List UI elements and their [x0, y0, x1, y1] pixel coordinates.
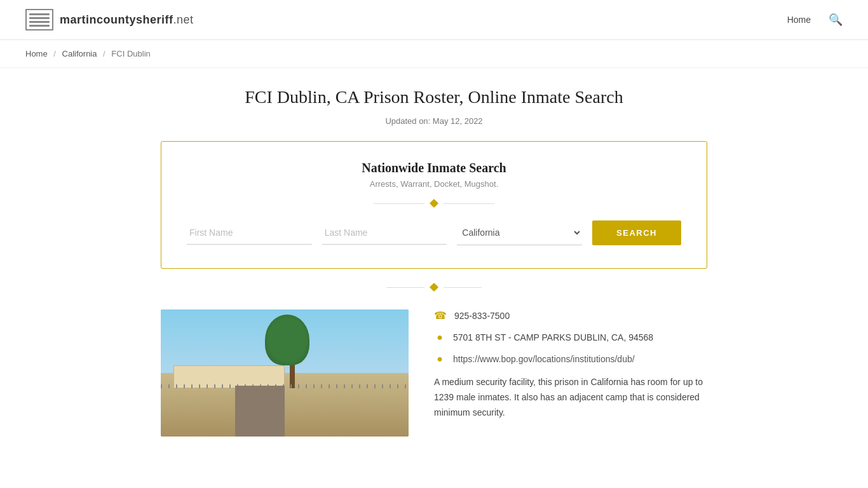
- page-title: FCI Dublin, CA Prison Roster, Online Inm…: [161, 87, 707, 107]
- diamond-icon: [430, 199, 438, 208]
- logo-icon: [25, 9, 53, 30]
- search-row: Alabama Alaska Arizona Arkansas Californ…: [187, 220, 681, 245]
- state-select[interactable]: Alabama Alaska Arizona Arkansas Californ…: [457, 220, 582, 245]
- website-link[interactable]: https://www.bop.gov/locations/institutio…: [453, 354, 635, 364]
- divider-line-right: [444, 203, 494, 204]
- search-button[interactable]: SEARCH: [592, 220, 681, 245]
- updated-on: Updated on: May 12, 2022: [161, 116, 707, 126]
- bottom-divider-line-left: [386, 287, 424, 288]
- website-row: ● https://www.bop.gov/locations/institut…: [434, 353, 707, 365]
- divider-diamond-bottom: [161, 284, 707, 290]
- breadcrumb-state[interactable]: California: [62, 49, 97, 58]
- prison-image: [161, 309, 409, 437]
- nav: Home 🔍: [787, 13, 843, 27]
- breadcrumb-home[interactable]: Home: [25, 49, 48, 58]
- search-icon-button[interactable]: 🔍: [829, 13, 843, 27]
- breadcrumb-current: FCI Dublin: [111, 49, 150, 58]
- breadcrumb-sep-1: /: [53, 49, 56, 58]
- logo-text: martincountysheriff.net: [60, 13, 194, 27]
- bottom-divider-line-right: [444, 287, 482, 288]
- phone-icon: ☎: [434, 309, 447, 322]
- globe-icon: ●: [434, 353, 445, 365]
- search-card: Nationwide Inmate Search Arrests, Warran…: [161, 141, 707, 269]
- last-name-input[interactable]: [322, 221, 447, 245]
- main-content: FCI Dublin, CA Prison Roster, Online Inm…: [148, 68, 720, 462]
- phone-row: ☎ 925-833-7500: [434, 309, 707, 322]
- logo-link[interactable]: martincountysheriff.net: [25, 9, 194, 30]
- address-row: ● 5701 8TH ST - CAMP PARKS DUBLIN, CA, 9…: [434, 332, 707, 343]
- divider-line-left: [374, 203, 424, 204]
- address-text: 5701 8TH ST - CAMP PARKS DUBLIN, CA, 945…: [453, 332, 653, 342]
- search-icon: 🔍: [829, 13, 843, 26]
- bottom-diamond-icon: [430, 283, 438, 292]
- search-card-title: Nationwide Inmate Search: [187, 161, 681, 175]
- location-icon: ●: [434, 332, 445, 343]
- description: A medium security facility, this prison …: [434, 375, 707, 420]
- breadcrumb: Home / California / FCI Dublin: [0, 40, 868, 68]
- header: martincountysheriff.net Home 🔍: [0, 0, 868, 40]
- search-card-subtitle: Arrests, Warrant, Docket, Mugshot.: [187, 179, 681, 189]
- prison-details: ☎ 925-833-7500 ● 5701 8TH ST - CAMP PARK…: [434, 309, 707, 420]
- divider-diamond-top: [187, 200, 681, 207]
- info-section: ☎ 925-833-7500 ● 5701 8TH ST - CAMP PARK…: [161, 309, 707, 437]
- nav-home-link[interactable]: Home: [787, 15, 811, 25]
- breadcrumb-sep-2: /: [103, 49, 105, 58]
- phone-number: 925-833-7500: [454, 311, 510, 321]
- first-name-input[interactable]: [187, 221, 312, 245]
